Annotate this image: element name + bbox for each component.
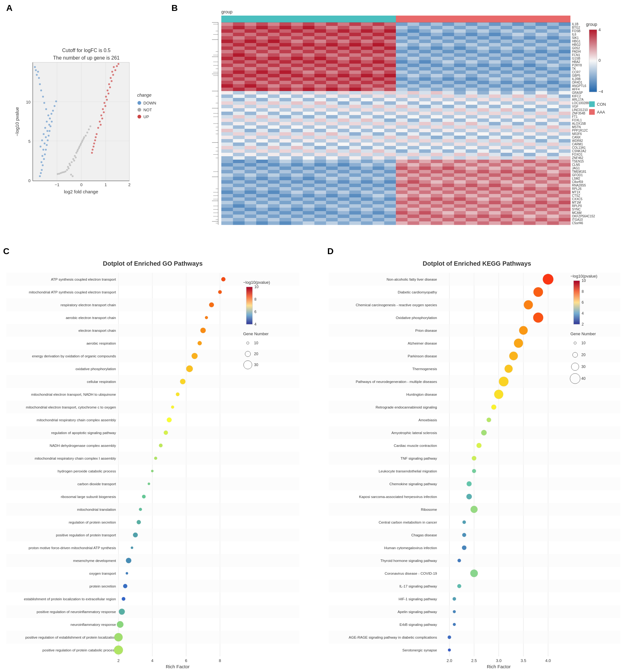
svg-text:MT1X: MT1X bbox=[572, 190, 580, 194]
svg-rect-1815 bbox=[233, 215, 245, 218]
svg-rect-650 bbox=[291, 81, 303, 84]
svg-rect-1041 bbox=[303, 125, 314, 129]
svg-rect-514 bbox=[454, 64, 466, 67]
svg-rect-1164 bbox=[338, 139, 349, 142]
svg-rect-1835 bbox=[466, 215, 478, 218]
svg-rect-850 bbox=[524, 101, 536, 105]
svg-rect-496 bbox=[245, 64, 256, 67]
svg-rect-1737 bbox=[373, 204, 384, 208]
svg-rect-197 bbox=[256, 29, 268, 33]
svg-point-108 bbox=[118, 63, 119, 65]
svg-rect-1439 bbox=[396, 170, 408, 173]
svg-rect-636 bbox=[477, 77, 489, 81]
svg-rect-1114 bbox=[454, 132, 466, 136]
svg-rect-172 bbox=[314, 26, 326, 29]
svg-rect-682 bbox=[314, 84, 326, 88]
svg-text:0: 0 bbox=[598, 58, 601, 63]
svg-rect-1847 bbox=[256, 218, 268, 222]
svg-rect-823 bbox=[559, 98, 571, 101]
svg-point-43 bbox=[44, 153, 46, 155]
svg-rect-1342 bbox=[314, 160, 326, 163]
svg-rect-922 bbox=[314, 112, 326, 115]
svg-rect-535 bbox=[349, 67, 361, 71]
svg-rect-221 bbox=[535, 29, 547, 33]
svg-rect-1100 bbox=[291, 132, 303, 136]
svg-rect-1202 bbox=[431, 142, 442, 146]
svg-point-2206 bbox=[462, 545, 467, 550]
svg-text:1: 1 bbox=[105, 182, 107, 187]
svg-rect-1837 bbox=[489, 215, 501, 218]
svg-rect-456 bbox=[477, 57, 489, 60]
svg-rect-482 bbox=[431, 60, 442, 64]
svg-rect-1024 bbox=[454, 122, 466, 125]
svg-rect-1108 bbox=[384, 132, 396, 136]
svg-point-2181 bbox=[487, 417, 491, 422]
svg-point-76 bbox=[86, 132, 88, 134]
svg-rect-736 bbox=[245, 91, 256, 94]
svg-rect-1221 bbox=[303, 146, 314, 149]
svg-rect-444 bbox=[338, 57, 349, 60]
svg-rect-913 bbox=[559, 108, 571, 112]
svg-rect-448 bbox=[384, 57, 396, 60]
svg-rect-296 bbox=[361, 40, 373, 43]
svg-rect-544 bbox=[454, 67, 466, 71]
svg-rect-1012 bbox=[314, 122, 326, 125]
svg-rect-831 bbox=[303, 101, 314, 105]
svg-rect-849 bbox=[512, 101, 524, 105]
svg-rect-1875 bbox=[233, 222, 245, 225]
svg-rect-972 bbox=[547, 115, 559, 119]
svg-rect-1177 bbox=[489, 139, 501, 142]
svg-text:HBG1: HBG1 bbox=[572, 40, 581, 43]
svg-rect-556 bbox=[245, 71, 256, 74]
svg-rect-551 bbox=[535, 67, 547, 71]
svg-rect-214 bbox=[454, 29, 466, 33]
svg-rect-1345 bbox=[349, 160, 361, 163]
svg-rect-1774 bbox=[454, 208, 466, 211]
svg-rect-720 bbox=[407, 88, 419, 91]
svg-rect-332 bbox=[431, 43, 442, 46]
svg-text:Oxidative phosphorylation: Oxidative phosphorylation bbox=[396, 316, 437, 320]
svg-rect-1788 bbox=[268, 211, 280, 215]
svg-rect-805 bbox=[349, 98, 361, 101]
svg-rect-1254 bbox=[338, 149, 349, 153]
svg-rect-1613 bbox=[326, 190, 338, 194]
svg-rect-1683 bbox=[442, 197, 454, 201]
svg-rect-1585 bbox=[349, 187, 361, 190]
svg-rect-1624 bbox=[454, 190, 466, 194]
svg-rect-1734 bbox=[338, 204, 349, 208]
svg-rect-700 bbox=[524, 84, 536, 88]
svg-rect-1180 bbox=[524, 139, 536, 142]
svg-text:PADI4: PADI4 bbox=[572, 50, 581, 53]
svg-rect-662 bbox=[431, 81, 442, 84]
svg-text:6: 6 bbox=[254, 310, 256, 314]
svg-rect-204 bbox=[338, 29, 349, 33]
svg-rect-1178 bbox=[501, 139, 512, 142]
svg-rect-853 bbox=[559, 101, 571, 105]
svg-rect-2082 bbox=[6, 426, 299, 439]
svg-rect-288 bbox=[268, 40, 280, 43]
svg-rect-2212 bbox=[329, 580, 620, 593]
svg-rect-1720 bbox=[524, 201, 536, 204]
svg-rect-326 bbox=[361, 43, 373, 46]
svg-rect-1523 bbox=[326, 180, 338, 184]
svg-rect-475 bbox=[349, 60, 361, 64]
svg-rect-680 bbox=[291, 84, 303, 88]
svg-rect-146 bbox=[361, 22, 373, 26]
svg-rect-1898 bbox=[501, 222, 512, 225]
svg-text:positive regulation of protein: positive regulation of protein catabolic… bbox=[42, 648, 116, 652]
svg-rect-1296 bbox=[477, 153, 489, 156]
svg-rect-367 bbox=[489, 46, 501, 50]
svg-rect-1170 bbox=[407, 139, 419, 142]
svg-rect-425 bbox=[466, 53, 478, 57]
svg-rect-1075 bbox=[349, 129, 361, 132]
svg-rect-505 bbox=[349, 64, 361, 67]
svg-rect-1271 bbox=[535, 149, 547, 153]
panel-c: C Dotplot of Enriched GO Pathways 2468Ri… bbox=[3, 246, 315, 670]
svg-rect-1823 bbox=[326, 215, 338, 218]
svg-rect-621 bbox=[303, 77, 314, 81]
svg-rect-1151 bbox=[535, 136, 547, 139]
svg-rect-1045 bbox=[349, 125, 361, 129]
svg-rect-1065 bbox=[233, 129, 245, 132]
svg-text:IL1B: IL1B bbox=[572, 22, 578, 26]
svg-rect-1239 bbox=[512, 146, 524, 149]
